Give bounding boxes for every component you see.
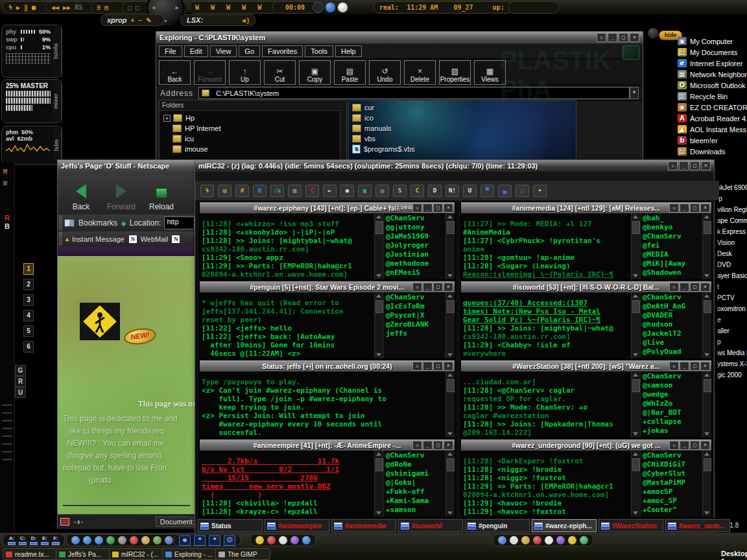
- toolbar-grip[interactable]: [59, 216, 62, 230]
- paste-button[interactable]: ▤Paste: [334, 60, 366, 85]
- vu-meter[interactable]: [6, 105, 32, 111]
- cut-button[interactable]: ✂Cut: [264, 60, 296, 85]
- nick-item[interactable]: @|Bar_BOT: [643, 408, 702, 417]
- desktop-pager-label[interactable]: Desktop 1: [721, 550, 747, 560]
- address-dropdown-icon[interactable]: ▼: [630, 87, 639, 99]
- channel-window[interactable]: #animeempire [41] [+nt]: -Æ- AnimeEmpire…: [199, 439, 455, 517]
- mixer-tab[interactable]: mixer: [53, 80, 62, 122]
- copy-button[interactable]: ▣Copy: [299, 60, 331, 85]
- shade-button[interactable]: ▫: [412, 441, 422, 450]
- nick-item[interactable]: @g|uttony: [386, 223, 445, 232]
- close-button[interactable]: ×: [444, 204, 453, 213]
- scroll-down-icon[interactable]: [633, 353, 638, 356]
- scroll-down-icon[interactable]: [376, 353, 381, 356]
- minimize-button[interactable]: _: [423, 283, 433, 292]
- nick-item[interactable]: @CHiXDiGiT: [643, 460, 702, 469]
- channel-globe-icon[interactable]: @: [253, 185, 267, 197]
- boxed-launcher-icon[interactable]: ☺: [224, 535, 235, 546]
- task-button[interactable]: The GIMP: [215, 548, 270, 560]
- chat-scrollbar[interactable]: [445, 371, 455, 438]
- file-item[interactable]: S$programs$.vbs: [352, 144, 576, 154]
- scroll-thumb[interactable]: [704, 379, 711, 392]
- dcc-icon[interactable]: D: [428, 185, 442, 197]
- switchbar-button[interactable]: #penguin: [465, 519, 530, 532]
- views-button[interactable]: ▦Views: [474, 60, 506, 85]
- vu-meter[interactable]: [6, 98, 51, 104]
- close-button[interactable]: ×: [700, 283, 710, 292]
- close-button[interactable]: ×: [700, 204, 710, 213]
- scroll-down-icon[interactable]: [633, 274, 638, 277]
- nick-list[interactable]: @ChanServ@g|uttony@JaMeS1969@Jolyroger@J…: [383, 213, 445, 279]
- scroll-down-icon[interactable]: [447, 353, 453, 356]
- maximize-button[interactable]: □: [433, 441, 443, 450]
- nick-item[interactable]: @shinigami: [386, 469, 445, 478]
- scroll-up-icon[interactable]: [447, 215, 453, 218]
- switchbar-button[interactable]: #WarezStation: [599, 519, 663, 532]
- nick-item[interactable]: @Jolyroger: [386, 241, 445, 250]
- connect-icon[interactable]: ϟ: [200, 185, 214, 197]
- nick-list[interactable]: @ChanServ@samson@wedge@WhIzZo@|Bar_BOT+c…: [640, 371, 702, 438]
- location-input[interactable]: http: [164, 216, 195, 229]
- shell-button-g[interactable]: G: [15, 365, 26, 376]
- shell-mini-icon[interactable]: ▤: [3, 167, 7, 174]
- tray-icon[interactable]: [510, 536, 518, 544]
- switchbar-button[interactable]: #warez_unde...: [665, 519, 730, 532]
- explorer-window[interactable]: PLASTIK PhA Exploring - C:\PLASTIK\syste…: [156, 31, 643, 162]
- scroll-down-icon[interactable]: [447, 432, 453, 436]
- reload-button[interactable]: Reload: [141, 174, 182, 213]
- scroll-down-icon[interactable]: [633, 511, 638, 515]
- shade-button[interactable]: ▫: [412, 283, 422, 292]
- channel-titlebar[interactable]: #animeempire [41] [+nt]: -Æ- AnimeEmpire…: [200, 439, 455, 451]
- menu-tools[interactable]: Tools: [305, 45, 333, 57]
- scroll-down-icon[interactable]: [447, 511, 453, 515]
- netscape-window[interactable]: Jeffs's Page 'O' Stuff - Netscape BackFo…: [57, 159, 197, 529]
- maximize-button[interactable]: □: [690, 441, 700, 450]
- tree-item[interactable]: HP Internet: [163, 123, 346, 134]
- nicklist-scrollbar[interactable]: [702, 213, 711, 279]
- scroll-thumb[interactable]: [704, 458, 711, 471]
- channel-titlebar[interactable]: #penguin [5] [+nst]: Star Wars Episode 2…: [200, 281, 455, 293]
- nick-item[interactable]: @MastaPiMP: [643, 478, 702, 487]
- desktop-icon-label-clipped[interactable]: p: [717, 338, 721, 345]
- desktop-icon-label-clipped[interactable]: t: [717, 283, 719, 290]
- desktop-icon-label-clipped[interactable]: ayer Basic: [717, 272, 747, 279]
- aol-instant-messenger-shortcut[interactable]: ▲AOL Instant Mess: [678, 125, 746, 134]
- nick-item[interactable]: @ChanServ: [386, 293, 445, 302]
- nick-item[interactable]: @WhIzZo: [643, 399, 702, 408]
- channel-titlebar[interactable]: #isoworld [53] [+nt]: [#I-S-O-W-O-R-L-D]…: [461, 281, 711, 293]
- chat-area[interactable]: Type /puyopuyo to play.<z> Can't join #w…: [200, 371, 445, 438]
- nick-item[interactable]: @ChanServ: [386, 451, 445, 460]
- nick-item[interactable]: +jokas: [643, 426, 702, 436]
- control-codes-icon[interactable]: C: [305, 185, 319, 197]
- nicklist-scrollbar[interactable]: [445, 450, 455, 517]
- nick-item[interactable]: @JackelT2: [643, 329, 702, 338]
- minimize-button[interactable]: _: [680, 441, 689, 450]
- toolbar-grip[interactable]: [59, 233, 62, 246]
- desktop-icon-label-clipped[interactable]: PCTV: [717, 294, 735, 301]
- nick-item[interactable]: +samson: [386, 506, 445, 515]
- switchbar-button[interactable]: #isoworld: [398, 519, 463, 532]
- scroll-down-icon[interactable]: [704, 432, 709, 436]
- shade-button[interactable]: ▫: [412, 204, 422, 213]
- nick-item[interactable]: @nEMesiS: [386, 268, 445, 277]
- channel-window[interactable]: #animemedia [124] [+ntl 129]: [aM] Relea…: [460, 202, 712, 280]
- nick-list[interactable]: @ChanServ@DeAtH_AnG@DVADER@hudson@Jackel…: [640, 292, 702, 358]
- tray-icon[interactable]: [580, 536, 588, 544]
- colors-icon[interactable]: ▦: [358, 185, 372, 197]
- dpad-down-icon[interactable]: ▼: [163, 19, 168, 23]
- desktop-icon-label-clipped[interactable]: vilion Regis: [717, 206, 747, 213]
- scroll-thumb[interactable]: [375, 458, 383, 471]
- launcher-icon[interactable]: [153, 536, 161, 544]
- internet-explorer-shortcut[interactable]: eInternet Explorer: [678, 59, 742, 67]
- maximize-button[interactable]: □: [433, 283, 443, 292]
- boxed-launcher-icon[interactable]: *: [209, 535, 220, 546]
- scroll-thumb[interactable]: [375, 300, 383, 313]
- nick-item[interactable]: @ChanServ: [643, 451, 702, 460]
- security-lock-icon[interactable]: [60, 518, 69, 526]
- launcher-icon[interactable]: [106, 536, 115, 544]
- shade-button[interactable]: ▫: [669, 362, 679, 371]
- pager-button-1[interactable]: 1: [23, 263, 34, 275]
- channel-window[interactable]: #isoworld [53] [+nt]: [#I-S-O-W-O-R-L-D]…: [460, 281, 712, 359]
- nick-item[interactable]: +Cooter^: [643, 506, 702, 515]
- nick-item[interactable]: @fei: [643, 241, 702, 250]
